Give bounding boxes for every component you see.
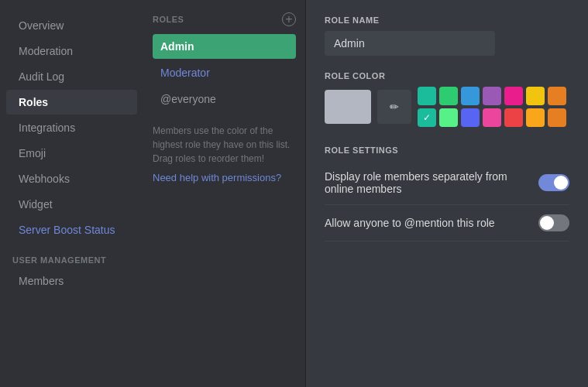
setting-mention-label: Allow anyone to @mention this role <box>325 217 495 229</box>
color-swatches: ✓ <box>418 87 566 127</box>
swatch-6[interactable] <box>526 87 545 105</box>
swatch-14[interactable] <box>548 108 566 127</box>
swatch-7[interactable] <box>548 87 566 105</box>
swatch-1[interactable] <box>418 87 436 105</box>
swatch-10[interactable] <box>461 108 480 127</box>
setting-display-label: Display role members separately from onl… <box>325 170 538 195</box>
sidebar-item-webhooks[interactable]: Webhooks <box>6 166 137 191</box>
swatch-4[interactable] <box>483 87 501 105</box>
roles-panel: ROLES + Admin Moderator @everyone Member… <box>143 0 306 387</box>
sidebar-item-roles[interactable]: Roles <box>6 90 137 115</box>
role-name-input[interactable] <box>325 31 495 56</box>
sidebar-item-widget[interactable]: Widget <box>6 192 137 217</box>
swatch-5[interactable] <box>504 87 523 105</box>
toggle-display[interactable] <box>538 174 569 191</box>
swatch-12[interactable] <box>504 108 523 127</box>
roles-help-text: Members use the color of the highest rol… <box>153 124 296 166</box>
sidebar-item-members[interactable]: Members <box>6 269 137 293</box>
swatch-3[interactable] <box>461 87 480 105</box>
role-item-moderator[interactable]: Moderator <box>153 60 296 85</box>
user-management-section-label: USER MANAGEMENT <box>0 243 143 268</box>
setting-row-display: Display role members separately from onl… <box>325 161 569 205</box>
toggle-mention[interactable] <box>538 214 569 231</box>
role-name-label: ROLE NAME <box>325 15 569 25</box>
role-color-label: ROLE COLOR <box>325 71 569 80</box>
sidebar: Overview Moderation Audit Log Roles Inte… <box>0 0 143 387</box>
sidebar-item-overview[interactable]: Overview <box>6 13 137 38</box>
role-settings-label: ROLE SETTINGS <box>325 146 569 155</box>
role-item-everyone[interactable]: @everyone <box>153 87 296 111</box>
color-custom-button[interactable]: ✏ <box>377 90 411 124</box>
setting-row-mention: Allow anyone to @mention this role <box>325 205 569 241</box>
color-preview[interactable] <box>325 90 371 124</box>
swatch-11[interactable] <box>483 108 501 127</box>
swatch-8[interactable]: ✓ <box>418 108 436 127</box>
pencil-icon: ✏ <box>390 101 399 113</box>
swatch-2[interactable] <box>439 87 458 105</box>
sidebar-item-boost[interactable]: Server Boost Status <box>6 217 137 242</box>
sidebar-item-moderation[interactable]: Moderation <box>6 39 137 63</box>
main-content: ROLE NAME ROLE COLOR ✏ ✓ <box>306 0 588 387</box>
add-role-button[interactable]: + <box>282 12 296 26</box>
roles-header: ROLES + <box>153 12 296 26</box>
role-color-section: ROLE COLOR ✏ ✓ <box>325 71 569 127</box>
sidebar-item-emoji[interactable]: Emoji <box>6 141 137 166</box>
swatch-9[interactable] <box>439 108 458 127</box>
roles-header-label: ROLES <box>153 15 184 24</box>
roles-help-link[interactable]: Need help with permissions? <box>153 172 296 183</box>
sidebar-item-integrations[interactable]: Integrations <box>6 115 137 140</box>
swatch-13[interactable] <box>526 108 545 127</box>
sidebar-item-audit-log[interactable]: Audit Log <box>6 64 137 89</box>
color-picker-row: ✏ ✓ <box>325 87 569 127</box>
toggle-display-knob <box>554 176 568 190</box>
role-item-admin[interactable]: Admin <box>153 34 296 59</box>
toggle-mention-knob <box>540 216 554 230</box>
